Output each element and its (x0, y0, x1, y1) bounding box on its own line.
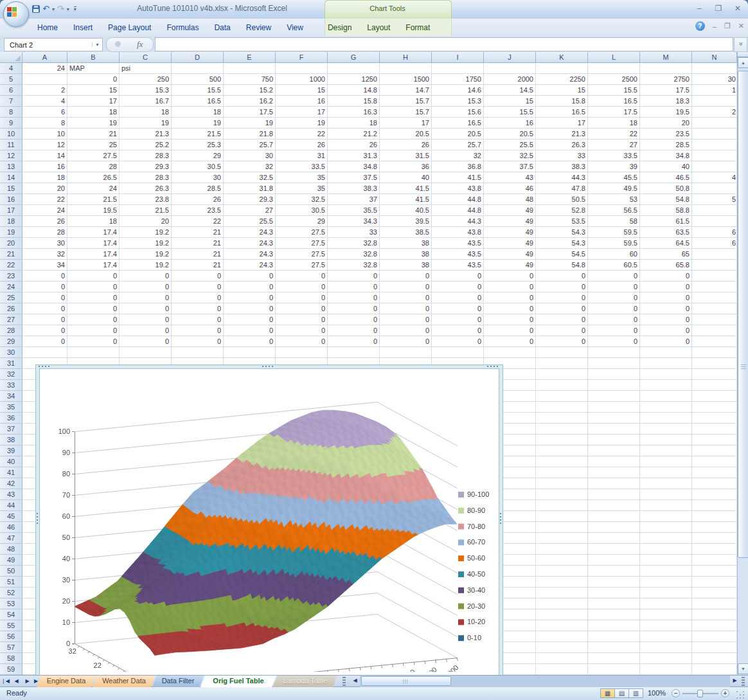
column-header-G[interactable]: G (328, 52, 380, 63)
cell-L49[interactable] (588, 555, 640, 566)
cell-M46[interactable] (640, 522, 692, 533)
cell-C28[interactable]: 0 (120, 325, 172, 336)
cell-D16[interactable]: 26 (172, 194, 224, 205)
cell-H4[interactable] (380, 63, 432, 74)
cell-L24[interactable]: 0 (588, 282, 640, 292)
cell-M48[interactable] (640, 544, 692, 555)
cell-E25[interactable]: 0 (224, 292, 276, 303)
cell-G30[interactable] (328, 347, 380, 358)
normal-view-icon[interactable]: ▦ (600, 688, 615, 698)
cell-N50[interactable] (692, 566, 737, 577)
cell-B20[interactable]: 17.4 (67, 238, 120, 249)
cell-J27[interactable]: 0 (484, 314, 536, 325)
cell-L14[interactable]: 45.5 (588, 172, 640, 183)
cell-K41[interactable] (536, 467, 588, 478)
column-header-A[interactable]: A (22, 52, 67, 63)
cell-J10[interactable]: 20.5 (484, 129, 536, 139)
cell-N31[interactable] (692, 358, 737, 369)
cell-F16[interactable]: 32.5 (276, 194, 328, 205)
cell-I17[interactable]: 44.8 (432, 205, 484, 216)
cell-L30[interactable] (588, 347, 640, 358)
cell-G25[interactable]: 0 (328, 292, 380, 303)
cell-I19[interactable]: 43.8 (432, 227, 484, 238)
cell-M10[interactable]: 23.5 (640, 129, 692, 139)
cell-B26[interactable]: 0 (67, 303, 120, 314)
row-header-40[interactable]: 40 (0, 456, 22, 467)
zoom-out-icon[interactable]: – (672, 689, 680, 697)
cell-L47[interactable] (588, 533, 640, 544)
row-header-11[interactable]: 11 (0, 139, 22, 150)
cell-B7[interactable]: 17 (67, 96, 120, 107)
cell-M32[interactable] (640, 369, 692, 380)
cell-N38[interactable] (692, 435, 737, 445)
cell-M40[interactable] (640, 456, 692, 467)
cell-K38[interactable] (536, 435, 588, 445)
cell-L51[interactable] (588, 577, 640, 588)
cell-I26[interactable]: 0 (432, 303, 484, 314)
sheet-tab-lambda-table[interactable]: Lambda Table (273, 676, 337, 687)
cell-J15[interactable]: 46 (484, 183, 536, 194)
cell-I27[interactable]: 0 (432, 314, 484, 325)
cell-M36[interactable] (640, 413, 692, 424)
cell-H18[interactable]: 39.5 (380, 216, 432, 227)
cell-N59[interactable] (692, 664, 737, 675)
cell-D29[interactable]: 0 (172, 336, 224, 347)
next-sheet-icon[interactable]: ▶ (23, 677, 31, 685)
cell-B9[interactable]: 19 (67, 118, 120, 129)
cell-K44[interactable] (536, 500, 588, 511)
cell-N47[interactable] (692, 533, 737, 544)
cell-L32[interactable] (588, 369, 640, 380)
undo-icon[interactable]: ↶ (42, 3, 49, 15)
cell-B10[interactable]: 21 (67, 129, 120, 139)
row-header-36[interactable]: 36 (0, 413, 22, 424)
cell-M12[interactable]: 34.8 (640, 150, 692, 161)
cell-K58[interactable] (536, 653, 588, 664)
cell-K26[interactable]: 0 (536, 303, 588, 314)
cell-C16[interactable]: 23.8 (120, 194, 172, 205)
ribbon-tab-insert[interactable]: Insert (66, 23, 100, 32)
cell-L43[interactable] (588, 489, 640, 500)
tab-splitter[interactable] (343, 677, 346, 686)
cell-I15[interactable]: 43.8 (432, 183, 484, 194)
cell-H10[interactable]: 20.5 (380, 129, 432, 139)
cell-L26[interactable]: 0 (588, 303, 640, 314)
cell-K17[interactable]: 52.8 (536, 205, 588, 216)
cell-A21[interactable]: 32 (22, 249, 67, 260)
cell-D23[interactable]: 0 (172, 271, 224, 282)
cell-D26[interactable]: 0 (172, 303, 224, 314)
column-header-E[interactable]: E (224, 52, 276, 63)
sheet-tab-weather-data[interactable]: Weather Data (93, 676, 156, 687)
cell-N30[interactable] (692, 347, 737, 358)
cell-C15[interactable]: 26.3 (120, 183, 172, 194)
cell-N24[interactable] (692, 282, 737, 292)
cell-G29[interactable]: 0 (328, 336, 380, 347)
cell-L5[interactable]: 2500 (588, 74, 640, 85)
cell-N21[interactable] (692, 249, 737, 260)
cell-N18[interactable] (692, 216, 737, 227)
cell-M14[interactable]: 46.5 (640, 172, 692, 183)
scroll-down-icon[interactable]: ▼ (738, 663, 748, 674)
cell-F19[interactable]: 27.5 (276, 227, 328, 238)
cell-J8[interactable]: 15.5 (484, 107, 536, 118)
cell-H7[interactable]: 15.7 (380, 96, 432, 107)
cell-N39[interactable] (692, 445, 737, 456)
cell-K47[interactable] (536, 533, 588, 544)
cell-A5[interactable] (22, 74, 67, 85)
cell-C10[interactable]: 21.3 (120, 129, 172, 139)
cell-K29[interactable]: 0 (536, 336, 588, 347)
cell-H26[interactable]: 0 (380, 303, 432, 314)
cell-M9[interactable]: 20 (640, 118, 692, 129)
cell-K34[interactable] (536, 391, 588, 402)
cell-H19[interactable]: 38.5 (380, 227, 432, 238)
page-layout-view-icon[interactable]: ▤ (614, 688, 629, 698)
cell-M29[interactable]: 0 (640, 336, 692, 347)
cell-F12[interactable]: 31 (276, 150, 328, 161)
cell-B16[interactable]: 21.5 (67, 194, 120, 205)
cell-L36[interactable] (588, 413, 640, 424)
row-header-54[interactable]: 54 (0, 609, 22, 620)
cell-F20[interactable]: 27.5 (276, 238, 328, 249)
cell-N14[interactable]: 4 (692, 172, 737, 183)
cell-I12[interactable]: 32 (432, 150, 484, 161)
cell-K43[interactable] (536, 489, 588, 500)
cell-K18[interactable]: 53.5 (536, 216, 588, 227)
